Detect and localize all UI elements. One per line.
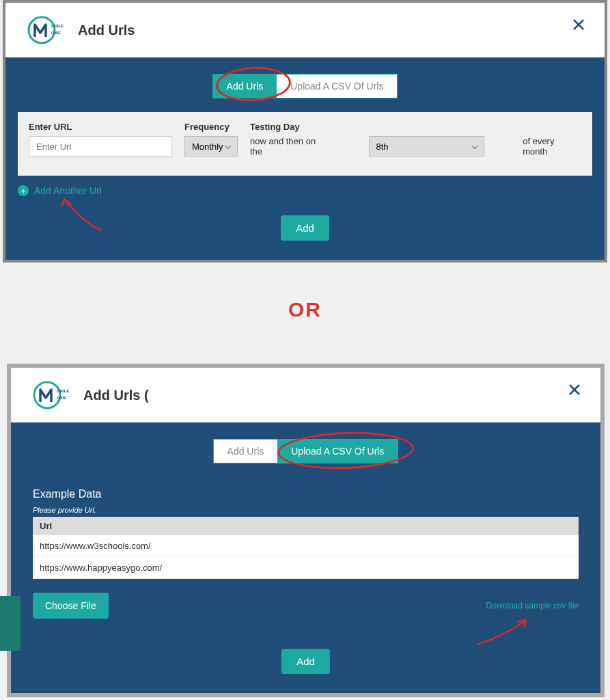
modal-header: OBILE OXIE Add Urls ( [11, 368, 600, 422]
add-button[interactable]: Add [281, 649, 330, 674]
background-strip [0, 596, 20, 651]
close-button[interactable] [569, 15, 588, 34]
tab-add-urls[interactable]: Add Urls [214, 440, 278, 463]
tab-upload-csv[interactable]: Upload A CSV Of Urls [277, 440, 398, 463]
close-button[interactable] [565, 380, 584, 399]
day-value: 8th [376, 142, 389, 152]
example-sub-text: Please provide Url. [33, 506, 579, 514]
svg-text:OXIE: OXIE [57, 396, 66, 400]
close-icon [572, 18, 585, 31]
modal-title: Add Urls ( [83, 388, 149, 403]
tab-add-urls[interactable]: Add Urls [213, 75, 277, 98]
tabs-container: Add Urls Upload A CSV Of Urls [33, 439, 579, 463]
svg-text:OXIE: OXIE [51, 31, 61, 35]
chevron-down-icon [471, 142, 478, 152]
mobile-moxie-logo: OBILE OXIE [30, 380, 75, 410]
annotation-arrow [52, 195, 113, 236]
tab-upload-csv[interactable]: Upload A CSV Of Urls [277, 75, 397, 98]
frequency-value: Monthly [192, 142, 223, 152]
url-form-row: Enter URL Frequency Monthly Testing Day … [18, 112, 592, 176]
testing-prefix-text: now and then on the [250, 136, 331, 157]
annotation-arrow [470, 616, 538, 650]
testing-suffix-text: of every month [523, 136, 581, 157]
enter-url-label: Enter URL [29, 122, 172, 132]
table-row: https://www.w3schools.com/ [33, 535, 579, 557]
modal-title: Add Urls [78, 23, 135, 38]
add-button[interactable]: Add [281, 215, 329, 241]
close-icon [568, 383, 581, 396]
table-row: https://www.happyeasygo.com/ [33, 557, 579, 579]
frequency-label: Frequency [184, 122, 238, 132]
choose-file-button[interactable]: Choose File [33, 593, 109, 619]
example-data-heading: Example Data [33, 488, 579, 500]
tabs-container: Add Urls Upload A CSV Of Urls [18, 74, 592, 98]
plus-icon: + [18, 185, 29, 196]
svg-text:OBILE: OBILE [57, 389, 69, 393]
chevron-down-icon [225, 142, 232, 152]
testing-day-label: Testing Day [250, 122, 581, 132]
or-divider: OR [0, 262, 610, 364]
frequency-select[interactable]: Monthly [184, 136, 238, 157]
table-cell: https://www.w3schools.com/ [33, 535, 579, 557]
mobile-moxie-logo: OBILE OXIE [25, 15, 70, 45]
example-table: Url https://www.w3schools.com/ https://w… [33, 517, 579, 579]
table-cell: https://www.happyeasygo.com/ [33, 557, 579, 579]
day-select[interactable]: 8th [369, 136, 485, 157]
url-input[interactable] [29, 136, 172, 157]
table-header-url: Url [33, 517, 579, 535]
download-sample-link[interactable]: Download sample csv file [486, 601, 579, 610]
modal-header: OBILE OXIE Add Urls [5, 3, 605, 57]
svg-text:OBILE: OBILE [51, 24, 64, 28]
